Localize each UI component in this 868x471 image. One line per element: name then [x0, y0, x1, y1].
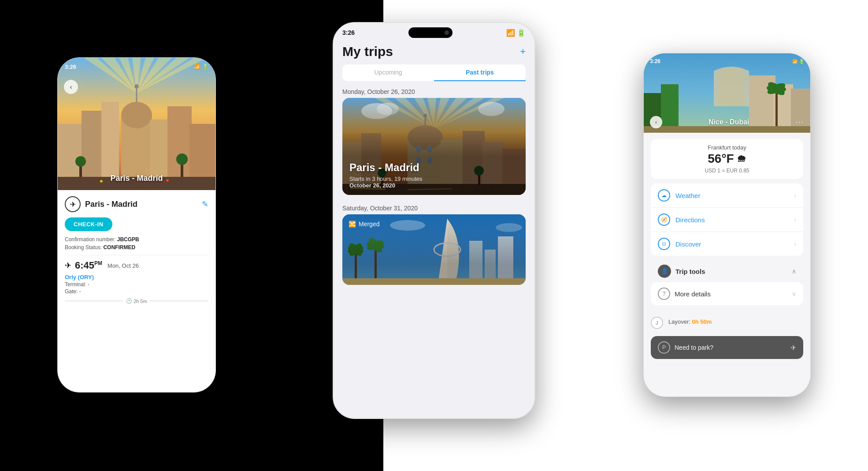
svg-point-13 [121, 102, 152, 128]
directions-chevron: › [794, 216, 796, 223]
temp-value: 56°F [708, 152, 734, 166]
weather-card: Frankfurt today 56°F 🌧 USD 1 = EUR 0.85 [651, 139, 803, 179]
parking-left: P Need to park? [658, 341, 713, 354]
trip-tools-chevron: ∧ [792, 268, 796, 275]
merged-label: Merged [359, 221, 379, 228]
parking-card[interactable]: P Need to park? ✈ [651, 336, 803, 359]
discover-menu-icon: ⊙ [658, 238, 670, 250]
edit-icon[interactable]: ✎ [202, 199, 208, 209]
tab-past-trips[interactable]: Past trips [434, 64, 526, 81]
back-arrow-icon: ‹ [70, 83, 72, 90]
svg-point-23 [176, 153, 188, 165]
more-details-icon: ? [658, 288, 670, 300]
clock-icon: 🕐 [126, 298, 132, 304]
layover-label: Layover: [668, 318, 690, 325]
trip-card-2[interactable]: 🔀 Merged [342, 214, 526, 285]
left-content: ✈ Paris - Madrid ✎ CHECK-IN Confirmation… [58, 190, 215, 310]
confirmation-row: Confirmation number: JBCGPB [65, 236, 208, 243]
right-time: 3:26 [650, 58, 660, 64]
right-trip-title: Nice - Dubai [708, 118, 749, 126]
phone-left: 3:26 📶 🔋 [57, 57, 216, 392]
parking-p-icon: P [658, 341, 670, 354]
weather-cloud-icon: 🌧 [737, 153, 746, 164]
terminal-row: Terminal: - [65, 281, 208, 288]
trip-card-1-title: Paris - Madrid [349, 161, 422, 174]
airport-name[interactable]: Orly (ORY) [65, 274, 208, 280]
right-more-button[interactable]: ··· [796, 118, 804, 126]
menu-card: ☁ Weather › 🧭 Directions › ⊙ Discover › [651, 183, 803, 256]
right-back-icon: ‹ [655, 119, 657, 125]
duration-value: 2h 5m [134, 299, 147, 304]
departure-time: 6:45PM [75, 260, 102, 271]
right-nav-row: ‹ Nice - Dubai ··· [644, 116, 810, 128]
discover-chevron: › [794, 240, 796, 247]
weather-menu-item[interactable]: ☁ Weather › [651, 183, 803, 208]
right-status-icons: 📶 🔋 [792, 59, 804, 64]
trip-tools-icon: 👤 [658, 265, 671, 278]
layover-item: J Layover: 0h 50m [651, 317, 803, 329]
confirmation-value: JBCGPB [117, 236, 139, 243]
section-date-2: Saturday, October 31, 2020 [334, 201, 534, 214]
tab-upcoming[interactable]: Upcoming [342, 64, 434, 81]
duration-row: 🕐 2h 5m [65, 298, 208, 304]
svg-point-21 [75, 156, 86, 167]
trip-card-1-info: Paris - Madrid Starts in 3 hours, 19 min… [349, 161, 422, 189]
left-flight-header: ✈ Paris - Madrid ✎ [65, 196, 208, 212]
left-flight-left: ✈ Paris - Madrid [65, 196, 137, 212]
svg-point-15 [134, 84, 139, 89]
discover-menu-item[interactable]: ⊙ Discover › [651, 232, 803, 256]
weather-chevron: › [794, 192, 796, 199]
phone-center: 3:26 📶 🔋 My trips + Upcoming Past trips … [333, 22, 535, 419]
trip-card-2-image: 🔀 Merged [342, 214, 526, 285]
timeline-dot-j: J [651, 317, 663, 329]
left-divider [65, 255, 208, 255]
center-time: 3:26 [342, 29, 355, 36]
add-trip-button[interactable]: + [520, 46, 526, 57]
phone-right: 3:26 📶 🔋 [643, 53, 811, 397]
exchange-rate: USD 1 = EUR 0.85 [658, 168, 796, 174]
directions-menu-item[interactable]: 🧭 Directions › [651, 208, 803, 232]
more-details-section[interactable]: ? More details ∨ [651, 282, 803, 305]
right-back-button[interactable]: ‹ [650, 116, 662, 128]
right-battery-icon: 🔋 [799, 59, 804, 64]
center-header: My trips + [334, 40, 534, 62]
more-details-label: More details [675, 290, 711, 298]
left-hero-image: ‹ Paris - Madrid [58, 58, 215, 190]
timeline-j-label: J [656, 320, 658, 325]
left-trip-label: Paris - Madrid [58, 174, 215, 183]
timeline-section: J Layover: 0h 50m [644, 314, 810, 336]
weather-location: Frankfurt today [658, 144, 796, 151]
phones-container: 3:26 📶 🔋 [0, 0, 868, 471]
departure-date: Mon, Oct 26 [108, 262, 139, 269]
trip-tools-section[interactable]: 👤 Trip tools ∧ [651, 260, 803, 282]
discover-menu-label: Discover [675, 240, 789, 248]
trip-card-1-sub: Starts in 3 hours, 19 minutes October 26… [349, 176, 422, 189]
gate-row: Gate: - [65, 288, 208, 295]
layover-time: 0h 50m [692, 318, 712, 325]
layover-text: Layover: 0h 50m [668, 317, 712, 325]
parking-plane-icon: ✈ [790, 344, 796, 352]
trip-card-1[interactable]: Paris - Madrid Starts in 3 hours, 19 min… [342, 98, 526, 195]
left-city-svg [58, 58, 215, 190]
right-status-bar: 3:26 📶 🔋 [644, 53, 810, 69]
weather-temp: 56°F 🌧 [658, 152, 796, 166]
directions-menu-label: Directions [675, 216, 789, 224]
departure-row: ✈ 6:45PM Mon, Oct 26 [65, 260, 208, 271]
section-date-1: Monday, October 26, 2020 [334, 84, 534, 98]
left-back-button[interactable]: ‹ [64, 80, 78, 94]
battery-icon: 🔋 [202, 64, 208, 70]
duration-line-left [65, 301, 123, 301]
center-wifi-icon: 📶 [506, 29, 515, 37]
trip-tools-label: Trip tools [675, 268, 705, 275]
booking-label: Booking Status: [65, 244, 102, 250]
trip-tools-left: 👤 Trip tools [658, 265, 705, 278]
center-battery-icon: 🔋 [517, 29, 526, 37]
center-tabs: Upcoming Past trips [342, 64, 526, 81]
checkin-button[interactable]: CHECK-IN [65, 217, 112, 231]
directions-menu-icon: 🧭 [658, 213, 670, 226]
more-details-left: ? More details [658, 288, 711, 300]
right-content: Frankfurt today 56°F 🌧 USD 1 = EUR 0.85 … [644, 133, 810, 314]
right-wifi-icon: 📶 [792, 59, 798, 64]
departure-icon: ✈ [65, 261, 71, 270]
merged-badge: 🔀 Merged [349, 221, 379, 228]
